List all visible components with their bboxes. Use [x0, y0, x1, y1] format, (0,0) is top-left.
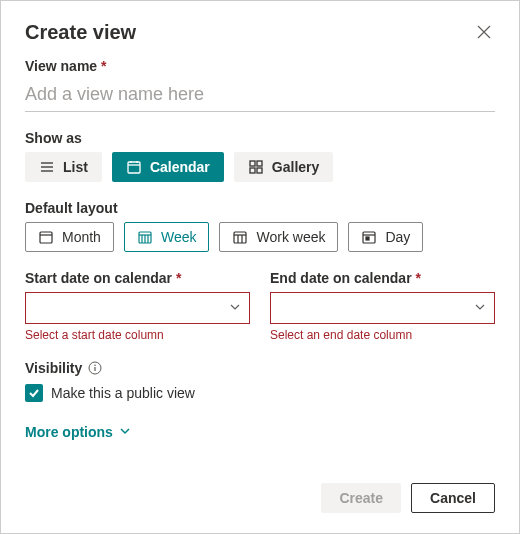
end-date-select[interactable] — [270, 292, 495, 324]
calendar-week-icon — [137, 229, 153, 245]
layout-month[interactable]: Month — [25, 222, 114, 252]
show-as-list[interactable]: List — [25, 152, 102, 182]
layout-week-label: Week — [161, 229, 197, 245]
layout-week[interactable]: Week — [124, 222, 210, 252]
calendar-month-icon — [38, 229, 54, 245]
start-date-select[interactable] — [25, 292, 250, 324]
start-date-error: Select a start date column — [25, 328, 250, 342]
svg-rect-27 — [95, 367, 96, 371]
dialog-title: Create view — [25, 21, 136, 44]
svg-rect-18 — [234, 232, 246, 243]
gallery-icon — [248, 159, 264, 175]
close-icon — [477, 27, 491, 42]
chevron-down-icon — [119, 424, 131, 440]
show-as-gallery[interactable]: Gallery — [234, 152, 333, 182]
start-date-label: Start date on calendar * — [25, 270, 250, 286]
chevron-down-icon — [229, 300, 241, 316]
list-icon — [39, 159, 55, 175]
svg-point-26 — [95, 365, 97, 367]
show-as-label: Show as — [25, 130, 495, 146]
svg-rect-9 — [250, 168, 255, 173]
end-date-label: End date on calendar * — [270, 270, 495, 286]
layout-day-label: Day — [385, 229, 410, 245]
show-as-calendar[interactable]: Calendar — [112, 152, 224, 182]
cancel-button[interactable]: Cancel — [411, 483, 495, 513]
chevron-down-icon — [474, 300, 486, 316]
calendar-workweek-icon — [232, 229, 248, 245]
show-as-gallery-label: Gallery — [272, 159, 319, 175]
visibility-label: Visibility — [25, 360, 82, 376]
check-icon — [28, 387, 40, 399]
view-name-label: View name * — [25, 58, 495, 74]
calendar-icon — [126, 159, 142, 175]
more-options-label: More options — [25, 424, 113, 440]
public-view-label: Make this a public view — [51, 385, 195, 401]
layout-day[interactable]: Day — [348, 222, 423, 252]
svg-rect-11 — [40, 232, 52, 243]
default-layout-label: Default layout — [25, 200, 495, 216]
layout-workweek[interactable]: Work week — [219, 222, 338, 252]
create-view-dialog: Create view View name * Show as List Cal… — [0, 0, 520, 534]
end-date-error: Select an end date column — [270, 328, 495, 342]
create-button[interactable]: Create — [321, 483, 401, 513]
calendar-day-icon — [361, 229, 377, 245]
view-name-input[interactable] — [25, 80, 495, 112]
layout-month-label: Month — [62, 229, 101, 245]
close-button[interactable] — [473, 21, 495, 46]
default-layout-options: Month Week Work week Day — [25, 222, 495, 252]
show-as-options: List Calendar Gallery — [25, 152, 495, 182]
svg-rect-10 — [257, 168, 262, 173]
public-view-checkbox[interactable] — [25, 384, 43, 402]
show-as-list-label: List — [63, 159, 88, 175]
svg-rect-3 — [128, 162, 140, 173]
svg-rect-24 — [366, 237, 369, 240]
svg-rect-8 — [257, 161, 262, 166]
info-icon[interactable] — [88, 361, 102, 375]
more-options-toggle[interactable]: More options — [25, 424, 131, 440]
layout-workweek-label: Work week — [256, 229, 325, 245]
svg-rect-7 — [250, 161, 255, 166]
show-as-calendar-label: Calendar — [150, 159, 210, 175]
